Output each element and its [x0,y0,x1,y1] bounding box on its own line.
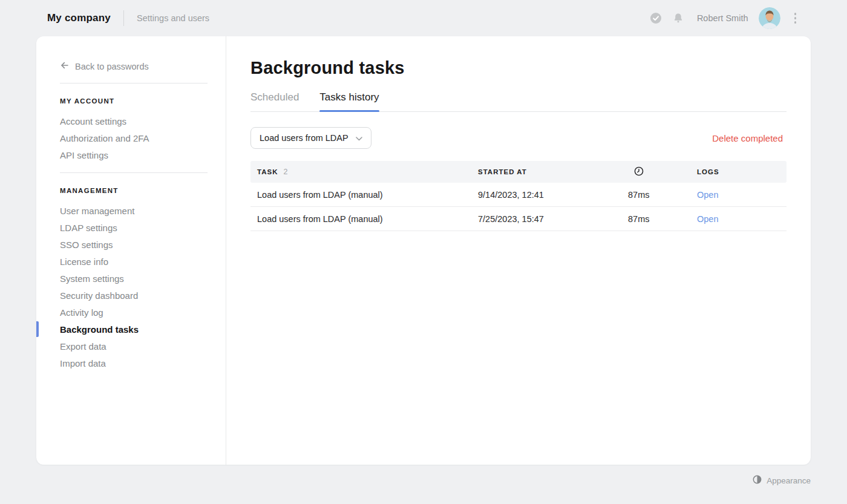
nav-management: User management LDAP settings SSO settin… [60,202,208,371]
appearance-label: Appearance [767,476,811,485]
clock-icon [634,166,644,177]
duration-cell: 87ms [628,214,697,224]
sidebar-item-label: Authorization and 2FA [60,133,149,143]
company-logo[interactable]: My company [47,12,111,24]
sidebar-item-user-management[interactable]: User management [60,202,208,219]
sidebar-item-label: Security dashboard [60,290,138,301]
back-arrow-icon [60,61,70,72]
sidebar-item-label: License info [60,257,108,267]
sidebar-item-account-settings[interactable]: Account settings [60,113,208,129]
sidebar-divider [60,172,208,173]
toolbar: Load users from LDAP Delete completed [250,127,786,149]
sidebar-item-license-info[interactable]: License info [60,253,208,270]
sidebar-item-authorization-2fa[interactable]: Authorization and 2FA [60,129,208,146]
sidebar-item-export-data[interactable]: Export data [60,338,208,355]
sidebar-item-label: Activity log [60,307,103,318]
sidebar-divider [60,83,208,83]
column-header-duration [628,166,697,177]
tasks-history-table: TASK 2 STARTED AT LOGS Load users from L… [250,161,786,231]
started-at-cell: 9/14/2023, 12:41 [478,190,628,200]
task-count-badge: 2 [283,168,287,176]
sidebar-item-label: API settings [60,150,108,160]
topbar-divider [123,10,124,26]
sidebar-item-sso-settings[interactable]: SSO settings [60,236,208,253]
table-row: Load users from LDAP (manual) 7/25/2023,… [250,207,786,231]
sidebar-item-label: User management [60,206,134,216]
column-header-started-at: STARTED AT [478,168,628,175]
chevron-down-icon [356,133,362,143]
sidebar-item-import-data[interactable]: Import data [60,355,208,371]
sidebar-item-system-settings[interactable]: System settings [60,270,208,287]
sidebar-item-label: Export data [60,341,106,352]
table-row: Load users from LDAP (manual) 9/14/2023,… [250,183,786,207]
kebab-menu-icon[interactable] [791,10,800,26]
settings-card: Back to passwords MY ACCOUNT Account set… [36,36,811,465]
sidebar: Back to passwords MY ACCOUNT Account set… [36,36,226,465]
column-header-logs: LOGS [697,168,786,175]
task-cell: Load users from LDAP (manual) [250,214,478,224]
avatar[interactable] [759,7,780,29]
topbar-right: Robert Smith [650,7,800,29]
back-to-passwords-link[interactable]: Back to passwords [60,61,208,72]
sidebar-item-background-tasks[interactable]: Background tasks [60,321,208,338]
sidebar-item-security-dashboard[interactable]: Security dashboard [60,287,208,304]
topbar: My company Settings and users Robert Smi… [0,0,847,36]
duration-cell: 87ms [628,190,697,200]
contrast-icon [753,475,762,486]
section-title-my-account: MY ACCOUNT [60,97,208,105]
tab-tasks-history[interactable]: Tasks history [319,91,379,111]
task-filter-value: Load users from LDAP [260,133,348,143]
open-logs-link[interactable]: Open [697,190,718,200]
section-title-management: MANAGEMENT [60,187,208,194]
topbar-left: My company Settings and users [47,10,209,26]
delete-completed-button[interactable]: Delete completed [708,133,786,144]
bell-icon[interactable] [672,12,684,24]
footer: Appearance [36,475,811,486]
sidebar-item-label: Background tasks [60,324,139,335]
sidebar-item-label: SSO settings [60,240,113,250]
nav-my-account: Account settings Authorization and 2FA A… [60,113,208,163]
task-cell: Load users from LDAP (manual) [250,190,478,200]
task-filter-dropdown[interactable]: Load users from LDAP [250,127,371,149]
table-header-row: TASK 2 STARTED AT LOGS [250,161,786,183]
tab-scheduled[interactable]: Scheduled [250,91,299,111]
task-header-label: TASK [257,168,278,175]
sidebar-item-label: Import data [60,358,106,368]
sidebar-item-api-settings[interactable]: API settings [60,146,208,163]
open-logs-link[interactable]: Open [697,214,718,224]
check-circle-icon[interactable] [650,12,662,24]
sidebar-item-label: Account settings [60,116,126,126]
page-title: Background tasks [250,58,786,78]
back-link-label: Back to passwords [75,62,149,71]
main-content: Background tasks Scheduled Tasks history… [226,36,811,465]
column-header-task: TASK 2 [250,168,478,176]
sidebar-item-label: System settings [60,273,124,284]
appearance-toggle[interactable]: Appearance [753,475,811,486]
started-at-cell: 7/25/2023, 15:47 [478,214,628,224]
user-name: Robert Smith [697,13,748,23]
tabs: Scheduled Tasks history [250,91,786,112]
sidebar-item-label: LDAP settings [60,223,117,233]
breadcrumb: Settings and users [137,13,209,23]
sidebar-item-activity-log[interactable]: Activity log [60,304,208,321]
sidebar-item-ldap-settings[interactable]: LDAP settings [60,219,208,236]
